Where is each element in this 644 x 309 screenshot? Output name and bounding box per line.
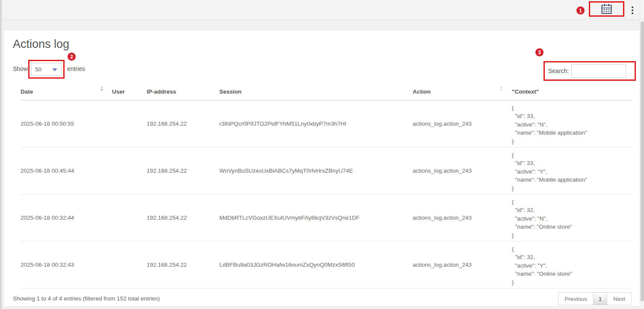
cell-user xyxy=(112,147,147,194)
column-header-context[interactable]: "Context" xyxy=(512,84,632,100)
table-row: 2025-06-18 00:32:43 192.168.254.22 LdBFB… xyxy=(21,241,632,288)
cell-ip: 192.168.254.22 xyxy=(147,194,219,241)
column-header-ip[interactable]: IP-address xyxy=(147,84,219,100)
cell-session: WnVynBuSUzesUxBiABCs7yMqT0rfvHrxZBnyU74E xyxy=(219,147,413,194)
cell-session: r3lNPQcr0PIfJTO2PidFYhM51Lny0xbyP7m3h7HI xyxy=(219,100,413,147)
cell-user xyxy=(112,194,147,241)
show-label: Show xyxy=(13,65,28,72)
column-header-action[interactable]: Action ▲▼ xyxy=(413,84,512,100)
cell-action: actions_log.action_243 xyxy=(413,194,512,241)
entries-per-page-value: 50 xyxy=(35,66,41,73)
annotation-box-length-select: 50 xyxy=(28,60,65,79)
cell-context: { "id": 33, "active": "Y", "name": "Mobi… xyxy=(512,147,632,194)
annotation-badge-1: 1 xyxy=(576,6,585,15)
calendar-button[interactable] xyxy=(590,3,623,15)
chevron-down-icon xyxy=(52,68,57,71)
page-title: Actions log xyxy=(13,38,69,51)
entries-per-page-select[interactable]: 50 xyxy=(31,63,62,76)
cell-date: 2025-06-18 00:32:43 xyxy=(21,241,112,288)
cell-action: actions_log.action_243 xyxy=(413,100,512,147)
table-header-row: Date ▲▼ User IP-address Session Action ▲… xyxy=(21,84,632,100)
cell-date: 2025-06-18 00:45:44 xyxy=(21,147,112,194)
cell-date: 2025-06-18 00:32:44 xyxy=(21,194,112,241)
more-options-button[interactable] xyxy=(629,5,635,15)
cell-context: { "id": 32, "active": "N", "name": "Onli… xyxy=(512,194,632,241)
cell-session: LdBFBu9a03JGzROHafw16oumZxQynQ0MzxS6ft50 xyxy=(219,241,413,288)
cell-user xyxy=(112,241,147,288)
kebab-menu-icon xyxy=(632,6,633,8)
table-row: 2025-06-18 00:45:44 192.168.254.22 WnVyn… xyxy=(21,147,632,194)
window-edge xyxy=(0,0,2,309)
page-number-button[interactable]: 1 xyxy=(593,292,608,305)
actions-log-table: Date ▲▼ User IP-address Session Action ▲… xyxy=(21,84,632,288)
annotation-badge-3: 3 xyxy=(535,48,544,56)
search-label: Search: xyxy=(548,68,569,74)
annotation-box-search: Search: xyxy=(544,61,636,81)
cell-user xyxy=(112,100,147,147)
cell-ip: 192.168.254.22 xyxy=(147,241,219,288)
pagination: Previous 1 Next xyxy=(558,292,632,305)
cell-context: { "id": 33, "active": "N", "name": "Mobi… xyxy=(512,100,632,147)
sort-desc-icon: ▲▼ xyxy=(100,85,104,91)
sort-unsorted-icon: ▲▼ xyxy=(500,85,504,91)
cell-session: MdDbRTLcVGoxzUEXuIUVmybFAyBkqV3zVsQne1DF xyxy=(219,194,413,241)
next-page-button[interactable]: Next xyxy=(607,292,632,305)
table-row: 2025-06-18 00:50:55 192.168.254.22 r3lNP… xyxy=(21,100,632,147)
column-header-user[interactable]: User xyxy=(112,84,147,100)
cell-ip: 192.168.254.22 xyxy=(147,100,219,147)
column-header-date[interactable]: Date ▲▼ xyxy=(21,84,112,100)
calendar-icon xyxy=(601,3,612,15)
annotation-badge-2: 2 xyxy=(68,53,76,61)
table-row: 2025-06-18 00:32:44 192.168.254.22 MdDbR… xyxy=(21,194,632,241)
cell-context: { "id": 32, "active": "Y", "name": "Onli… xyxy=(512,241,632,288)
previous-page-button[interactable]: Previous xyxy=(558,292,594,305)
cell-ip: 192.168.254.22 xyxy=(147,147,219,194)
cell-date: 2025-06-18 00:50:55 xyxy=(21,100,112,147)
table-info-text: Showing 1 to 4 of 4 entries (filtered fr… xyxy=(13,295,160,302)
topbar: 1 xyxy=(2,0,640,20)
column-header-session[interactable]: Session xyxy=(219,84,413,100)
scrollbar-thumb[interactable] xyxy=(641,21,644,301)
scrollbar[interactable] xyxy=(640,0,644,309)
cell-action: actions_log.action_243 xyxy=(413,147,512,194)
annotation-box-calendar xyxy=(589,1,624,17)
actions-log-panel: Actions log 2 Show 50 entries 3 Search: … xyxy=(4,31,640,306)
entries-label: entries xyxy=(67,65,85,72)
cell-action: actions_log.action_243 xyxy=(413,241,512,288)
search-input[interactable] xyxy=(571,64,626,78)
